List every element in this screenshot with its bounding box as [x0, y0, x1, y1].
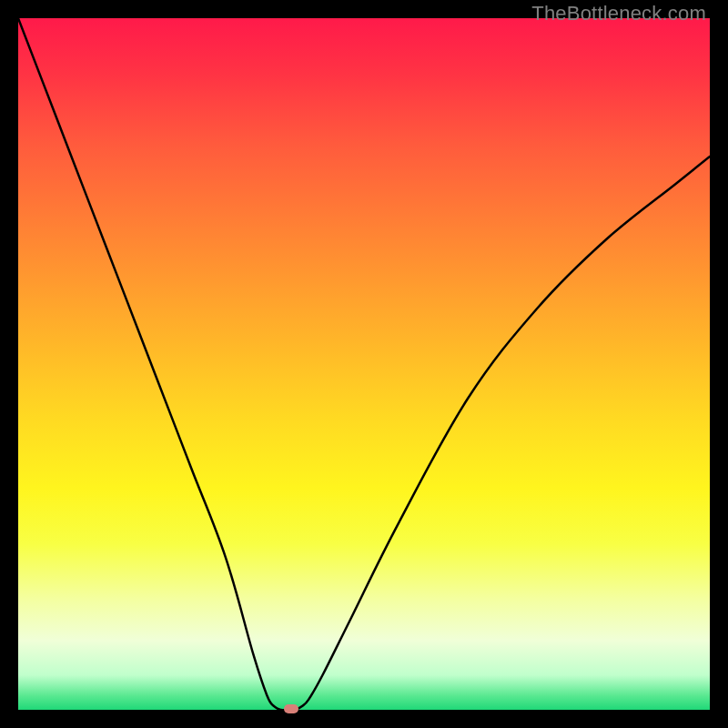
- minimum-marker: [284, 704, 298, 713]
- bottleneck-curve: [18, 18, 710, 710]
- watermark-text: TheBottleneck.com: [531, 2, 706, 25]
- chart-frame: TheBottleneck.com: [0, 0, 728, 728]
